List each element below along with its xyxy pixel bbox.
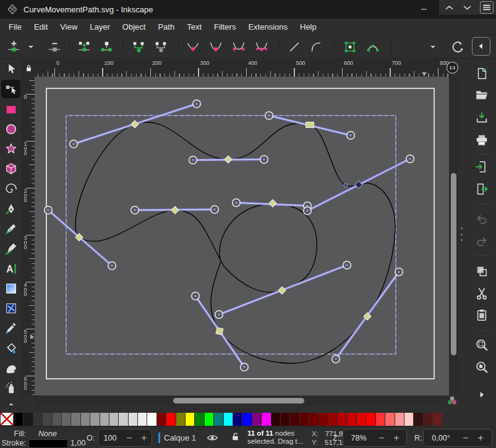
tool-calligraphy[interactable] — [1, 239, 20, 258]
tool-spiral[interactable] — [1, 180, 20, 198]
expand-right-button[interactable] — [474, 387, 490, 403]
vertical-scrollbar[interactable] — [449, 77, 458, 395]
rotation-decrease-button[interactable]: − — [458, 433, 473, 444]
zoom-spinner[interactable]: 78% − + — [343, 429, 407, 447]
menu-item-filters[interactable]: Filters — [208, 22, 242, 32]
chevron-down-button[interactable] — [23, 39, 39, 55]
bezier-path[interactable] — [75, 122, 395, 363]
palette-swatch[interactable] — [90, 413, 99, 426]
palette-swatch[interactable] — [338, 413, 346, 426]
ruler-lock-corner[interactable] — [22, 59, 35, 77]
color-management-icon[interactable] — [447, 395, 458, 405]
layer-visibility-eye-icon[interactable] — [207, 432, 218, 444]
tool-bucket[interactable] — [1, 339, 20, 358]
palette-swatch[interactable] — [395, 413, 404, 426]
palette-swatch[interactable] — [424, 413, 432, 426]
segment-curve-button[interactable] — [308, 39, 324, 55]
menu-item-object[interactable]: Object — [116, 22, 152, 32]
stroke-to-path-button[interactable] — [365, 39, 381, 55]
path-node[interactable] — [344, 184, 348, 188]
menu-item-extensions[interactable]: Extensions — [242, 22, 294, 32]
palette-scroll-up-button[interactable] — [444, 2, 455, 13]
palette-swatch[interactable] — [414, 413, 422, 426]
palette-swatch[interactable] — [147, 413, 156, 426]
menu-item-edit[interactable]: Edit — [28, 22, 54, 32]
palette-swatch[interactable] — [281, 413, 289, 426]
palette-swatch[interactable] — [224, 413, 233, 426]
zoom-selection-button[interactable] — [474, 337, 490, 353]
stroke-color-swatch[interactable] — [28, 439, 68, 448]
document-save-button[interactable] — [474, 110, 490, 126]
object-to-path-button[interactable] — [342, 39, 358, 55]
palette-swatch[interactable] — [309, 413, 318, 426]
zoom-page-button[interactable] — [474, 359, 490, 375]
node-delete-button[interactable] — [46, 39, 62, 55]
tool-tweak[interactable] — [1, 359, 20, 378]
tool-star[interactable] — [1, 140, 20, 158]
tool-dropper[interactable] — [1, 319, 20, 337]
snap-toggle-button[interactable] — [449, 39, 465, 55]
minimize-button[interactable] — [411, 0, 439, 19]
palette-swatch[interactable] — [53, 413, 61, 426]
palette-swatch[interactable] — [272, 413, 280, 426]
palette-swatch[interactable] — [33, 413, 42, 426]
undo-button[interactable] — [474, 211, 490, 227]
zoom-value[interactable]: 78% — [343, 434, 374, 442]
palette-swatch[interactable] — [166, 413, 175, 426]
node-insert-button[interactable] — [6, 39, 22, 55]
palette-swatch[interactable] — [195, 413, 203, 426]
printer-button[interactable] — [474, 132, 490, 148]
opacity-increase-button[interactable]: + — [137, 433, 152, 444]
palette-swatch[interactable] — [186, 413, 194, 426]
tool-gradient[interactable] — [1, 279, 20, 298]
swatch-none[interactable] — [1, 413, 13, 425]
menu-item-file[interactable]: File — [2, 22, 28, 32]
palette-swatch[interactable] — [176, 413, 185, 426]
palette-swatch[interactable] — [319, 413, 328, 426]
node-break-button[interactable] — [98, 39, 114, 55]
palette-swatch[interactable] — [262, 413, 270, 426]
toolbox-overflow-arrow[interactable] — [1, 395, 20, 413]
import-button[interactable] — [474, 159, 490, 175]
layer-lock-icon[interactable] — [230, 431, 241, 442]
node-corner-button[interactable] — [185, 39, 201, 55]
path-node[interactable] — [171, 206, 179, 214]
document-new-button[interactable] — [474, 66, 490, 82]
tool-text[interactable]: A — [1, 260, 20, 278]
segment-line-button[interactable] — [286, 39, 302, 55]
palette-swatch[interactable] — [214, 413, 223, 426]
menu-item-help[interactable]: Help — [294, 22, 323, 32]
chevron-down-button[interactable] — [425, 39, 441, 55]
palette-menu-button[interactable] — [480, 1, 494, 14]
palette-swatch[interactable] — [109, 413, 118, 426]
path-node[interactable] — [216, 328, 223, 335]
rotation-increase-button[interactable]: + — [473, 433, 488, 444]
palette-swatch[interactable] — [157, 413, 166, 426]
tool-pen[interactable] — [1, 200, 20, 218]
node-join-button[interactable] — [76, 39, 92, 55]
palette-swatch[interactable] — [43, 413, 51, 426]
palette-swatch[interactable] — [290, 413, 299, 426]
palette-swatch[interactable] — [62, 413, 71, 426]
tool-pencil[interactable] — [1, 219, 20, 238]
palette-swatch[interactable] — [242, 413, 251, 426]
palette-swatch[interactable] — [404, 413, 413, 426]
vertical-scrollbar-thumb[interactable] — [451, 173, 456, 355]
segment-delete-button[interactable] — [153, 39, 169, 55]
stroke-width-value[interactable]: 1,00 — [71, 439, 85, 447]
palette-swatch[interactable] — [376, 413, 385, 426]
export-button[interactable] — [474, 181, 490, 197]
node-auto-button[interactable] — [254, 39, 270, 55]
palette-swatch[interactable] — [129, 413, 137, 426]
canvas[interactable] — [35, 77, 449, 395]
tool-rectangle[interactable] — [1, 100, 20, 119]
palette-swatch[interactable] — [14, 413, 23, 426]
path-node[interactable] — [224, 156, 232, 163]
path-node[interactable] — [131, 120, 139, 128]
menu-item-path[interactable]: Path — [152, 22, 181, 32]
tool-node-editor[interactable] — [1, 80, 20, 98]
cut-button[interactable] — [474, 285, 490, 302]
palette-swatch[interactable] — [100, 413, 109, 426]
zoom-decrease-button[interactable]: − — [374, 433, 389, 444]
path-node[interactable] — [306, 122, 314, 128]
